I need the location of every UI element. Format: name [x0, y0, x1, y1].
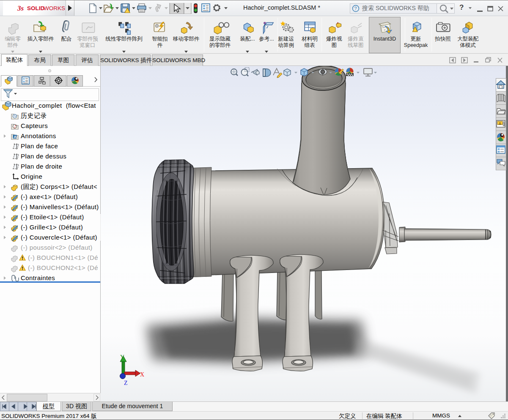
svg-text:SOLID: SOLID [27, 5, 45, 11]
svg-text:WORKS: WORKS [44, 5, 65, 11]
svg-text:?: ? [354, 6, 357, 11]
svg-text:3s: 3s [17, 4, 24, 12]
svg-text:Y: Y [120, 354, 124, 360]
svg-text:Z: Z [124, 380, 128, 386]
svg-text:X: X [140, 371, 144, 378]
svg-text:A: A [14, 134, 16, 139]
